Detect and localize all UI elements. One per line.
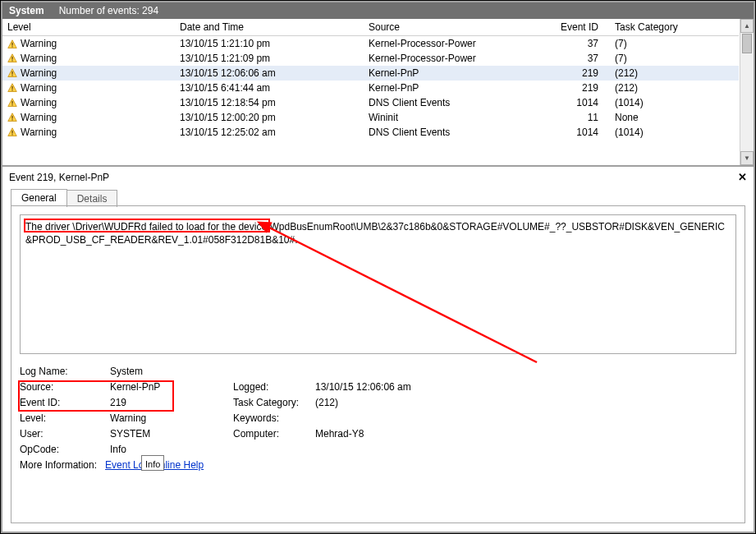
value-eventid: 219 [110,395,233,411]
cell-source: DNS Client Events [364,95,552,110]
label-eventid: Event ID: [20,395,110,411]
cell-source: Kernel-Processor-Power [364,36,552,51]
cell-eventid: 37 [552,51,610,66]
svg-rect-7 [11,71,12,75]
prop-values-right: 13/10/15 12:06:06 am (212) Mehrad-Y8 [315,364,479,473]
detail-panel: Event 219, Kernel-PnP ✕ General Details … [2,167,754,532]
table-header-row: Level Date and Time Source Event ID Task… [2,19,739,36]
cell-source: Kernel-PnP [364,81,552,95]
warning-icon [7,53,21,64]
events-table: Level Date and Time Source Event ID Task… [2,19,739,140]
cell-task: (7) [610,36,739,51]
warning-icon [7,127,21,138]
svg-rect-8 [11,76,12,76]
cell-level: Warning [21,38,57,49]
cell-level: Warning [21,82,57,94]
close-icon[interactable]: ✕ [738,171,747,183]
svg-rect-20 [11,135,12,136]
header-bar: System Number of events: 294 [2,2,754,19]
value-keywords [315,411,479,426]
events-panel: Level Date and Time Source Event ID Task… [2,19,754,167]
label-logged: Logged: [233,380,315,395]
col-source[interactable]: Source [364,19,552,36]
table-row[interactable]: Warning13/10/15 12:06:06 amKernel-PnP219… [2,66,739,81]
cell-eventid: 37 [552,36,610,51]
scrollbar-vertical[interactable]: ▲ ▼ [740,19,754,165]
col-datetime[interactable]: Date and Time [175,19,364,36]
cell-task: None [610,110,739,125]
svg-rect-4 [11,57,12,60]
header-count: Number of events: 294 [59,5,158,16]
cell-eventid: 219 [552,81,610,95]
scroll-thumb[interactable] [742,34,752,53]
cell-eventid: 1014 [552,95,610,110]
tab-body: The driver \Driver\WUDFRd failed to load… [11,205,745,523]
cell-datetime: 13/10/15 12:18:54 pm [175,95,364,110]
table-row[interactable]: Warning13/10/15 12:25:02 amDNS Client Ev… [2,125,739,140]
warning-icon [7,67,21,79]
warning-icon [7,82,21,94]
svg-rect-17 [11,120,12,121]
value-logname: System [110,364,233,380]
event-properties: Log Name: Source: Event ID: Level: User:… [20,364,736,473]
label-opcode: OpCode: [20,442,110,458]
value-logged: 13/10/15 12:06:06 am [315,380,479,395]
cell-source: DNS Client Events [364,125,552,140]
value-computer: Mehrad-Y8 [315,426,479,442]
value-level: Warning [110,411,233,426]
cell-task: (1014) [610,125,739,140]
col-eventid[interactable]: Event ID [552,19,610,36]
svg-rect-13 [11,101,12,104]
cell-eventid: 219 [552,66,610,81]
cell-level: Warning [21,127,57,138]
svg-rect-5 [11,61,12,62]
cell-task: (212) [610,81,739,95]
cell-datetime: 13/10/15 6:41:44 am [175,81,364,95]
warning-icon [7,97,21,108]
table-row[interactable]: Warning13/10/15 12:18:54 pmDNS Client Ev… [2,95,739,110]
label-taskcat: Task Category: [233,395,315,411]
cell-eventid: 11 [552,110,610,125]
detail-title-text: Event 219, Kernel-PnP [9,172,109,183]
tabs: General Details [2,188,754,205]
value-user: SYSTEM [110,426,233,442]
cell-source: Kernel-Processor-Power [364,51,552,66]
table-row[interactable]: Warning13/10/15 1:21:10 pmKernel-Process… [2,36,739,51]
cell-task: (1014) [610,95,739,110]
cell-source: Wininit [364,110,552,125]
event-message: The driver \Driver\WUDFRd failed to load… [20,214,736,354]
svg-rect-16 [11,116,12,119]
value-source: Kernel-PnP [110,380,233,395]
table-row[interactable]: Warning13/10/15 1:21:09 pmKernel-Process… [2,51,739,66]
svg-rect-1 [11,42,12,45]
prop-values-left: System Kernel-PnP 219 Warning SYSTEM Inf… [110,364,233,473]
value-opcode: Info [110,442,233,458]
label-logname: Log Name: [20,364,110,380]
header-title: System [9,5,44,16]
cell-datetime: 13/10/15 12:00:20 pm [175,110,364,125]
table-row[interactable]: Warning13/10/15 6:41:44 amKernel-PnP219(… [2,81,739,95]
label-user: User: [20,426,110,442]
col-level[interactable]: Level [2,19,175,36]
cell-eventid: 1014 [552,125,610,140]
cell-task: (7) [610,51,739,66]
cell-source: Kernel-PnP [364,66,552,81]
cell-level: Warning [21,53,57,64]
warning-icon [7,38,21,49]
prop-labels-right: Logged: Task Category: Keywords: Compute… [233,364,315,473]
warning-icon [7,112,21,123]
svg-rect-14 [11,105,12,106]
scroll-up-button[interactable]: ▲ [740,19,754,33]
cell-datetime: 13/10/15 1:21:09 pm [175,51,364,66]
scroll-down-button[interactable]: ▼ [740,151,754,165]
tab-general[interactable]: General [11,189,67,206]
value-taskcat: (212) [315,395,479,411]
message-highlighted: The driver \Driver\WUDFRd failed to load… [25,221,269,232]
label-keywords: Keywords: [233,411,315,426]
col-task[interactable]: Task Category [610,19,739,36]
table-row[interactable]: Warning13/10/15 12:00:20 pmWininit11None [2,110,739,125]
cell-task: (212) [610,66,739,81]
tab-details[interactable]: Details [66,190,118,207]
cell-level: Warning [21,112,57,123]
cell-datetime: 13/10/15 1:21:10 pm [175,36,364,51]
